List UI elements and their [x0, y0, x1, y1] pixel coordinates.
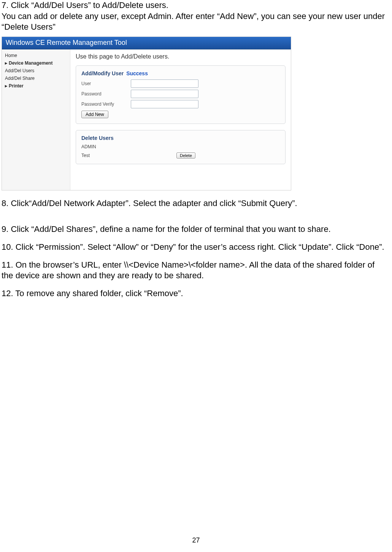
step-8: 8. Click“Add/Del Network Adapter”. Selec…	[2, 198, 388, 209]
sidebar-item-add-del-share[interactable]: Add/Del Share	[5, 75, 68, 82]
sidebar-item-home[interactable]: Home	[5, 52, 68, 59]
chevron-right-icon: ▸	[5, 60, 7, 66]
delete-users-panel: Delete Users ADMIN Test Delete	[76, 130, 286, 164]
page-number: 27	[0, 536, 392, 544]
step-7-line1: 7. Click “Add/Del Users” to Add/Delete u…	[2, 0, 388, 11]
step-7-line2: You can add or delete any user, except A…	[2, 11, 388, 33]
user-label: User	[81, 81, 131, 86]
step-10: 10. Click “Permission”. Select “Allow” o…	[2, 242, 388, 253]
user-row-admin: ADMIN	[81, 144, 280, 149]
password-input[interactable]	[131, 90, 198, 98]
password-label: Password	[81, 91, 131, 97]
window-titlebar: Windows CE Remote Management Tool	[2, 37, 291, 49]
panel-title-text: Add/Modify User	[81, 70, 124, 76]
page-heading: Use this page to Add/Delete users.	[76, 53, 286, 60]
sidebar-item-label: Add/Del Share	[5, 76, 35, 81]
chevron-right-icon: ▸	[5, 83, 7, 89]
password-verify-input[interactable]	[131, 100, 198, 108]
screenshot-window: Windows CE Remote Management Tool Home ▸…	[2, 36, 291, 190]
main-content: Use this page to Add/Delete users. Add/M…	[70, 49, 291, 190]
sidebar-item-device-management[interactable]: ▸Device Management	[5, 59, 68, 67]
sidebar-item-label: Add/Del Users	[5, 68, 34, 73]
sidebar-item-printer[interactable]: ▸Printer	[5, 82, 68, 90]
step-11: 11. On the browser’s URL, enter \\<Devic…	[2, 260, 388, 281]
delete-panel-title: Delete Users	[81, 135, 280, 141]
sidebar: Home ▸Device Management Add/Del Users Ad…	[2, 49, 70, 190]
sidebar-item-add-del-users[interactable]: Add/Del Users	[5, 67, 68, 75]
delete-button[interactable]: Delete	[176, 152, 195, 159]
password-verify-label: Password Verify	[81, 102, 131, 107]
user-input[interactable]	[131, 79, 198, 88]
add-panel-title: Add/Modify User Success	[81, 70, 280, 76]
sidebar-item-label: Home	[5, 53, 17, 58]
user-row-test: Test	[81, 153, 176, 158]
step-9: 9. Click “Add/Del Shares”, define a name…	[2, 224, 388, 235]
step-12: 12. To remove any shared folder, click “…	[2, 288, 388, 299]
add-new-button[interactable]: Add New	[81, 111, 108, 118]
sidebar-item-label: Device Management	[9, 60, 52, 66]
status-badge: Success	[126, 70, 148, 76]
add-modify-user-panel: Add/Modify User Success User Password Pa…	[76, 65, 286, 124]
sidebar-item-label: Printer	[9, 83, 24, 89]
